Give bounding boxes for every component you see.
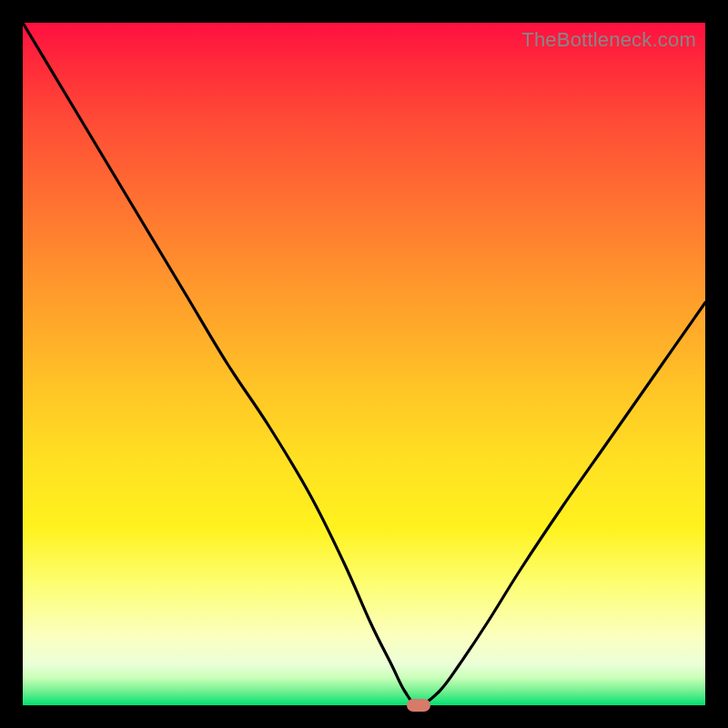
optimal-point-marker <box>407 699 430 712</box>
bottleneck-curve <box>23 23 705 705</box>
chart-frame: TheBottleneck.com <box>0 0 728 728</box>
plot-area: TheBottleneck.com <box>23 23 705 705</box>
curve-path <box>23 23 705 705</box>
